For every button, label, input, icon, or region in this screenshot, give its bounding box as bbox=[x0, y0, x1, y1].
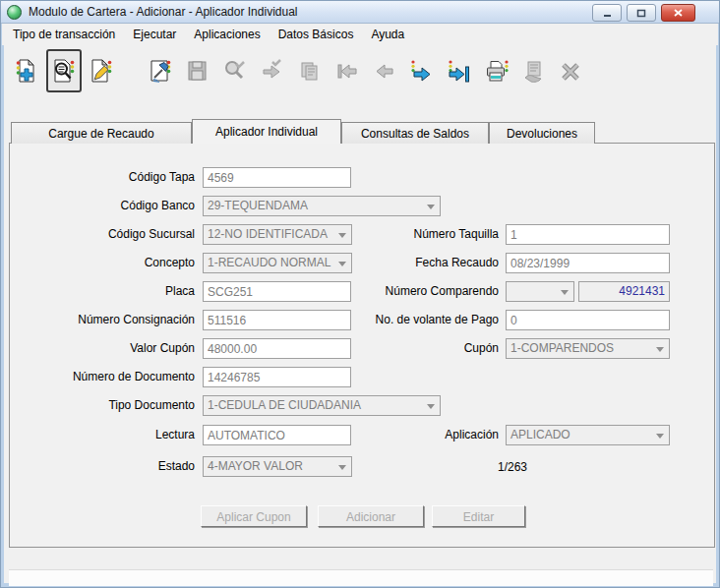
app-icon bbox=[7, 5, 22, 20]
maximize-icon bbox=[636, 9, 646, 18]
print-icon[interactable] bbox=[479, 49, 514, 92]
cupon-dropdown[interactable]: 1-COMPARENDOS bbox=[506, 338, 670, 359]
tipo-documento-dropdown[interactable]: 1-CEDULA DE CIUDADANIA bbox=[203, 395, 441, 416]
fecha-recaudo-field[interactable] bbox=[506, 253, 670, 273]
menu-bar: Tipo de transacción Ejecutar Aplicacione… bbox=[2, 24, 718, 45]
minimize-button[interactable] bbox=[592, 4, 622, 22]
numero-comparendo-label: Número Comparendo bbox=[305, 281, 499, 302]
chevron-down-icon bbox=[427, 404, 435, 409]
app-window: Modulo de Cartera - Adicionar - Aplicado… bbox=[0, 0, 720, 588]
aplicacion-value: APLICADO bbox=[510, 428, 570, 441]
numero-taquilla-field[interactable] bbox=[506, 224, 670, 245]
codigo-sucursal-label: Código Sucursal bbox=[10, 224, 195, 245]
aplicacion-label: Aplicación bbox=[305, 425, 499, 445]
enter-query-icon[interactable] bbox=[46, 49, 82, 92]
concepto-label: Concepto bbox=[10, 253, 195, 273]
window-border bbox=[716, 23, 719, 587]
codigo-tapa-field[interactable] bbox=[203, 167, 351, 188]
placa-label: Placa bbox=[10, 281, 195, 302]
volante-pago-label: No. de volante de Pago bbox=[305, 310, 499, 330]
status-bar bbox=[9, 569, 713, 586]
title-bar: Modulo de Cartera - Adicionar - Aplicado… bbox=[1, 1, 719, 24]
codigo-tapa-label: Código Tapa bbox=[10, 167, 195, 188]
tab-consultas-de-saldos[interactable]: Consultas de Saldos bbox=[341, 122, 489, 144]
copy-icon[interactable] bbox=[292, 49, 328, 92]
record-counter: 1/263 bbox=[498, 460, 527, 474]
adicionar-button[interactable]: Adicionar bbox=[318, 505, 424, 527]
cupon-value: 1-COMPARENDOS bbox=[510, 341, 614, 355]
chevron-down-icon bbox=[427, 205, 435, 209]
save-icon[interactable] bbox=[180, 49, 215, 92]
fecha-recaudo-label: Fecha Recaudo bbox=[305, 253, 499, 273]
estado-label: Estado bbox=[10, 456, 195, 477]
chevron-down-icon bbox=[656, 434, 664, 439]
execute-query-icon[interactable] bbox=[143, 49, 178, 92]
menu-tipo-de-transaccion[interactable]: Tipo de transacción bbox=[4, 25, 124, 44]
codigo-banco-dropdown[interactable]: 29-TEQUENDAMA bbox=[203, 196, 441, 216]
tipo-documento-value: 1-CEDULA DE CIUDADANIA bbox=[208, 398, 361, 412]
volante-pago-field[interactable] bbox=[506, 310, 670, 330]
codigo-banco-value: 29-TEQUENDAMA bbox=[208, 199, 308, 212]
aplicacion-dropdown[interactable]: APLICADO bbox=[506, 425, 670, 445]
tab-devoluciones[interactable]: Devoluciones bbox=[489, 122, 595, 144]
menu-ayuda[interactable]: Ayuda bbox=[362, 25, 413, 44]
menu-aplicaciones[interactable]: Aplicaciones bbox=[185, 25, 269, 44]
send-icon[interactable] bbox=[516, 49, 552, 92]
minimize-icon bbox=[603, 9, 612, 18]
tab-cargue-de-recaudo[interactable]: Cargue de Recaudo bbox=[11, 122, 192, 144]
insert-record-icon[interactable] bbox=[9, 49, 44, 92]
close-button[interactable] bbox=[661, 4, 695, 22]
toolbar bbox=[4, 45, 716, 96]
previous-record-icon[interactable] bbox=[367, 49, 402, 92]
tipo-documento-label: Tipo Documento bbox=[10, 395, 195, 416]
lectura-label: Lectura bbox=[10, 425, 195, 445]
aplicar-cupon-button[interactable]: Aplicar Cupon bbox=[201, 505, 307, 527]
cupon-label: Cupón bbox=[305, 338, 499, 359]
maximize-button[interactable] bbox=[627, 4, 656, 22]
edit-record-icon[interactable] bbox=[84, 49, 119, 92]
chevron-down-icon bbox=[561, 290, 569, 295]
next-record-icon[interactable] bbox=[404, 49, 440, 92]
apply-icon[interactable] bbox=[255, 49, 290, 92]
estado-dropdown[interactable]: 4-MAYOR VALOR bbox=[203, 456, 352, 477]
numero-documento-field[interactable] bbox=[203, 367, 351, 387]
numero-documento-label: Número de Documento bbox=[10, 367, 195, 387]
numero-comparendo-dropdown[interactable] bbox=[506, 281, 574, 302]
estado-value: 4-MAYOR VALOR bbox=[208, 459, 303, 473]
tab-strip: Cargue de Recaudo Aplicador Individual C… bbox=[11, 119, 595, 144]
window-border bbox=[1, 23, 4, 587]
last-record-icon[interactable] bbox=[442, 49, 477, 92]
first-record-icon[interactable] bbox=[330, 49, 365, 92]
menu-ejecutar[interactable]: Ejecutar bbox=[124, 25, 185, 44]
close-icon bbox=[674, 9, 683, 17]
valor-cupon-label: Valor Cupón bbox=[10, 338, 195, 359]
tab-aplicador-individual[interactable]: Aplicador Individual bbox=[192, 119, 341, 144]
aplicador-individual-panel: Código Tapa Código Banco 29-TEQUENDAMA C… bbox=[9, 143, 715, 548]
chevron-down-icon bbox=[338, 465, 346, 470]
numero-consignacion-label: Número Consignación bbox=[10, 310, 195, 330]
numero-comparendo-value: 4921431 bbox=[578, 281, 670, 302]
find-icon[interactable] bbox=[217, 49, 253, 92]
chevron-down-icon bbox=[656, 347, 664, 352]
delete-record-icon[interactable] bbox=[554, 49, 589, 92]
menu-datos-basicos[interactable]: Datos Básicos bbox=[270, 25, 363, 44]
window-title: Modulo de Cartera - Adicionar - Aplicado… bbox=[29, 5, 297, 19]
numero-taquilla-label: Número Taquilla bbox=[305, 224, 499, 245]
editar-button[interactable]: Editar bbox=[432, 505, 525, 527]
codigo-banco-label: Código Banco bbox=[10, 196, 195, 216]
